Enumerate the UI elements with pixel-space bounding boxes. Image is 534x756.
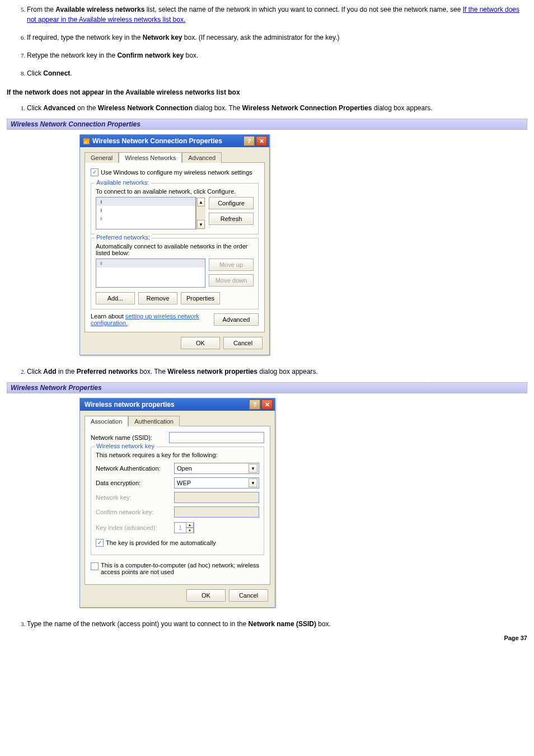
available-legend: Available networks: — [95, 179, 151, 186]
bold: Network key — [143, 34, 182, 41]
move-down-button[interactable]: Move down — [209, 274, 254, 287]
text: list, select the name of the network in … — [144, 6, 462, 13]
text: dialog box appears. — [372, 104, 432, 112]
checkbox-icon: ✓ — [91, 168, 99, 176]
tab-general[interactable]: General — [85, 152, 119, 163]
heading-no-network: If the network does not appear in the Av… — [7, 88, 527, 96]
preferred-networks-list[interactable]: ♀ — [96, 259, 205, 288]
text: in the — [57, 368, 77, 375]
checkbox-label: Use Windows to configure my wireless net… — [101, 169, 252, 176]
adhoc-checkbox[interactable]: This is a computer-to-computer (ad hoc) … — [91, 562, 263, 575]
text: box. — [316, 620, 331, 628]
checkbox-icon: ✓ — [96, 539, 104, 547]
help-button[interactable]: ? — [249, 400, 260, 410]
bold: Network name (SSID) — [249, 620, 316, 628]
text: Retype the network key in the — [27, 51, 117, 59]
learn-about: Learn about setting up wireless network … — [91, 313, 210, 326]
text: . — [70, 69, 72, 77]
select-value: WEP — [177, 480, 191, 486]
dialog-wnp: Wireless network properties ? ✕ Associat… — [79, 398, 275, 608]
antenna-icon: ı — [99, 207, 104, 213]
move-up-button[interactable]: Move up — [209, 259, 254, 271]
configure-button[interactable]: Configure — [209, 197, 254, 209]
cancel-button[interactable]: Cancel — [229, 589, 268, 602]
text: box. (If necessary, ask the administrato… — [182, 34, 339, 41]
text: box. The — [138, 368, 167, 375]
remove-button[interactable]: Remove — [138, 292, 177, 304]
text: box. — [184, 51, 198, 59]
available-networks-list[interactable]: ı ı ♀ — [96, 197, 196, 229]
help-button[interactable]: ? — [243, 136, 255, 146]
step-7: Retype the network key in the Confirm ne… — [27, 50, 527, 60]
checkbox-label: The key is provided for me automatically — [106, 539, 216, 546]
bold: Wireless Network Connection — [98, 104, 193, 112]
auth-select[interactable]: Open ▼ — [174, 463, 259, 474]
titlebar: Wireless network properties ? ✕ — [80, 398, 275, 411]
ssid-label: Network name (SSID): — [91, 434, 169, 441]
text: From the — [27, 6, 55, 13]
bold: Add — [43, 368, 56, 375]
substep-1: Click Advanced on the Wireless Network C… — [27, 103, 527, 113]
titlebar: 📶 Wireless Network Connection Properties… — [80, 135, 269, 147]
add-button[interactable]: Add... — [96, 292, 135, 304]
text: Type the name of the network (access poi… — [27, 620, 249, 628]
list-item[interactable]: ♀ — [96, 259, 205, 267]
use-windows-checkbox[interactable]: ✓ Use Windows to configure my wireless n… — [91, 168, 252, 176]
bold: Available wireless networks — [55, 6, 144, 13]
list-item[interactable]: ı — [96, 206, 195, 214]
bold: Wireless network properties — [167, 368, 257, 375]
confirm-input — [174, 506, 259, 518]
text: Learn about — [91, 313, 125, 320]
chevron-down-icon: ▼ — [249, 464, 257, 473]
netkey-input — [174, 492, 259, 503]
text: Click — [27, 368, 43, 375]
figure-caption-2: Wireless Network Properties — [7, 382, 527, 393]
cancel-button[interactable]: Cancel — [223, 337, 263, 349]
checkbox-label: This is a computer-to-computer (ad hoc) … — [101, 562, 263, 575]
enc-select[interactable]: WEP ▼ — [174, 477, 259, 489]
tab-association[interactable]: Association — [85, 416, 128, 426]
bold: Connect — [43, 69, 70, 77]
spin-down-icon: ▼ — [186, 528, 194, 533]
tab-authentication[interactable]: Authentication — [128, 416, 180, 426]
select-value: Open — [177, 465, 192, 472]
spinner-value: 1 — [175, 524, 186, 531]
scroll-up-icon[interactable]: ▲ — [197, 198, 205, 206]
substep-3: Type the name of the network (access poi… — [27, 619, 527, 629]
text: dialog box appears. — [257, 368, 318, 375]
text: dialog box. The — [193, 104, 242, 112]
key-text: This network requires a key for the foll… — [96, 452, 259, 458]
key-legend: Wireless network key — [95, 443, 156, 449]
list-item[interactable]: ı — [96, 198, 195, 206]
title-text: Wireless Network Connection Properties — [92, 137, 242, 145]
bold: Confirm network key — [117, 51, 184, 59]
antenna-icon: ı — [99, 199, 104, 205]
scrollbar[interactable]: ▲ ▼ — [196, 197, 205, 229]
netkey-label: Network key: — [96, 494, 174, 501]
auth-label: Network Authentication: — [96, 465, 174, 472]
wireless-icon: 📶 — [82, 137, 90, 145]
text: If required, type the network key in the — [27, 34, 143, 41]
tab-advanced[interactable]: Advanced — [182, 152, 222, 163]
advanced-button[interactable]: Advanced — [214, 313, 259, 326]
ok-button[interactable]: OK — [186, 589, 226, 602]
scroll-down-icon[interactable]: ▼ — [197, 220, 205, 229]
refresh-button[interactable]: Refresh — [209, 213, 254, 225]
properties-button[interactable]: Properties — [181, 292, 220, 304]
step-5: From the Available wireless networks lis… — [27, 4, 527, 25]
ssid-input[interactable] — [169, 432, 264, 443]
list-item[interactable]: ♀ — [96, 214, 195, 223]
preferred-legend: Preferred networks: — [95, 234, 152, 241]
ok-button[interactable]: OK — [181, 337, 220, 349]
close-button[interactable]: ✕ — [256, 136, 267, 146]
autokey-checkbox[interactable]: ✓ The key is provided for me automatical… — [96, 539, 216, 547]
bold: Wireless Network Connection Properties — [242, 104, 372, 112]
tab-wireless-networks[interactable]: Wireless Networks — [119, 152, 182, 163]
figure-caption-1: Wireless Network Connection Properties — [7, 119, 527, 130]
text: on the — [76, 104, 98, 112]
title-text: Wireless network properties — [82, 401, 248, 408]
close-button[interactable]: ✕ — [261, 400, 273, 410]
bold: Preferred networks — [77, 368, 138, 375]
step-8: Click Connect. — [27, 68, 527, 78]
enc-label: Data encryption: — [96, 480, 174, 486]
